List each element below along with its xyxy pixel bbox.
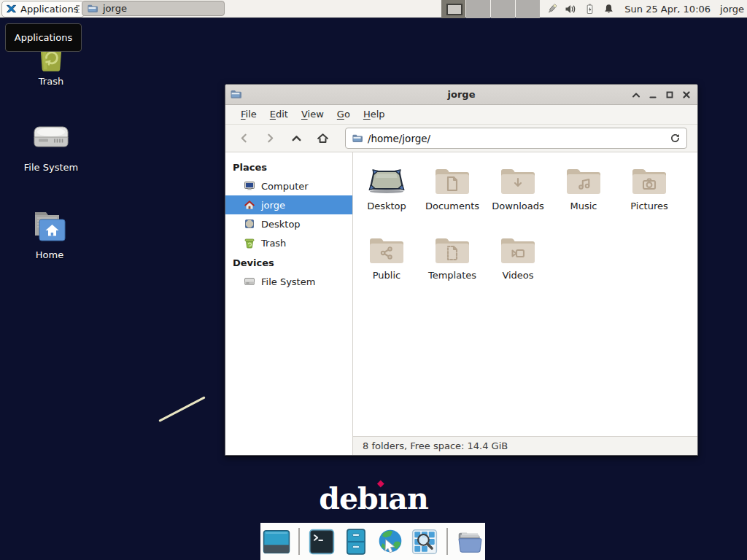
close-button[interactable] — [681, 90, 692, 100]
volume-icon[interactable] — [565, 3, 577, 15]
location-path[interactable]: /home/jorge/ — [368, 133, 670, 144]
chevron-up-icon — [290, 132, 303, 144]
folder-doc-icon — [433, 165, 472, 197]
minimize-button[interactable] — [648, 90, 658, 100]
file-item-label: Downloads — [492, 201, 543, 211]
dock-separator — [446, 528, 448, 555]
applications-tooltip-text: Applications — [15, 32, 72, 43]
battery-icon[interactable] — [584, 3, 596, 15]
file-item-documents[interactable]: Documents — [419, 165, 485, 234]
dock-app-finder-icon[interactable] — [411, 528, 438, 556]
window-title: jorge — [225, 85, 697, 104]
chevron-left-icon — [238, 132, 250, 144]
desktop-icon-label: File System — [24, 162, 78, 173]
workspace-window-preview — [446, 4, 462, 15]
workspace-1[interactable] — [441, 0, 465, 18]
folder-camera-icon — [630, 165, 669, 197]
workspace-4[interactable] — [516, 0, 540, 18]
sidebar-item-jorge[interactable]: jorge — [225, 195, 352, 214]
reload-icon[interactable] — [670, 133, 681, 144]
bottom-dock — [260, 523, 485, 560]
desktop-icon-home[interactable]: Home — [17, 204, 82, 260]
panel-clock[interactable]: Sun 25 Apr, 10:06 — [624, 4, 711, 15]
debian-watermark: debıan — [319, 481, 427, 516]
home-button[interactable] — [314, 131, 330, 147]
workspace-2[interactable] — [466, 0, 490, 18]
location-bar[interactable]: /home/jorge/ — [345, 128, 687, 149]
file-item-label: Pictures — [630, 201, 667, 211]
file-item-label: Public — [373, 270, 400, 281]
file-item-label: Desktop — [367, 201, 406, 211]
file-item-music[interactable]: Music — [551, 165, 616, 234]
maximize-button[interactable] — [665, 90, 675, 100]
desktop-mini-icon — [244, 218, 255, 230]
file-view-pane: DesktopDocumentsDownloadsMusicPicturesPu… — [353, 152, 697, 455]
computer-mini-icon — [244, 180, 255, 192]
workspace-pager — [441, 0, 540, 18]
file-item-label: Documents — [425, 201, 479, 211]
file-item-label: Music — [570, 201, 597, 211]
panel-user-button[interactable]: jorge — [720, 4, 744, 15]
desktop-icon-file-system[interactable]: File System — [18, 117, 84, 173]
forward-button[interactable] — [262, 131, 278, 147]
home-folder-icon — [29, 204, 70, 246]
dock-directory-menu-icon[interactable] — [456, 528, 484, 556]
applications-menu-label: Applications — [20, 4, 78, 15]
folder-video-icon — [498, 234, 538, 266]
file-item-label: Videos — [502, 270, 533, 281]
taskbar-window-label: jorge — [103, 3, 127, 14]
file-item-desktop[interactable]: Desktop — [354, 165, 419, 234]
window-titlebar[interactable]: jorge — [225, 85, 697, 105]
sidebar-item-label: Trash — [261, 238, 286, 249]
wallpaper-line-artifact — [158, 396, 205, 421]
file-grid: DesktopDocumentsDownloadsMusicPicturesPu… — [353, 152, 697, 436]
folder-share-icon — [367, 234, 406, 266]
folder-icon — [352, 133, 363, 144]
sidebar-item-computer[interactable]: Computer — [225, 176, 352, 195]
statusbar-text: 8 folders, Free space: 14.4 GiB — [363, 440, 508, 451]
trash-mini-icon — [244, 237, 255, 249]
taskbar-window-button[interactable]: jorge — [82, 1, 225, 16]
tasklist-handle[interactable] — [76, 5, 80, 13]
sidebar-item-label: File System — [261, 276, 315, 287]
menu-file[interactable]: File — [234, 105, 263, 124]
file-item-downloads[interactable]: Downloads — [485, 165, 551, 234]
home-red-mini-icon — [244, 199, 255, 211]
sidebar-header-places: Places — [225, 157, 352, 176]
statusbar: 8 folders, Free space: 14.4 GiB — [353, 436, 697, 455]
xfce-logo-icon — [6, 4, 17, 15]
notifications-bell-icon[interactable] — [603, 3, 615, 15]
folder-template-icon — [433, 234, 472, 266]
sidebar-item-desktop[interactable]: Desktop — [225, 214, 352, 233]
dock-web-browser-icon[interactable] — [376, 528, 404, 556]
folder-download-icon — [498, 165, 538, 197]
back-button[interactable] — [236, 131, 252, 147]
dock-terminal-icon[interactable] — [308, 528, 336, 556]
dock-show-desktop-icon[interactable] — [263, 528, 290, 556]
folder-music-icon — [564, 165, 603, 197]
file-item-templates[interactable]: Templates — [419, 234, 485, 303]
menubar: FileEditViewGoHelp — [225, 105, 697, 124]
sidebar-item-label: Computer — [261, 181, 309, 192]
file-item-pictures[interactable]: Pictures — [616, 165, 682, 234]
shade-button[interactable] — [631, 90, 641, 100]
up-button[interactable] — [288, 131, 304, 147]
dock-file-manager-icon[interactable] — [342, 528, 370, 556]
sidebar-item-file-system[interactable]: File System — [225, 272, 352, 291]
toolbar: /home/jorge/ — [225, 124, 697, 152]
desktop-root: { "panel": { "applications_button": "App… — [0, 0, 747, 560]
menu-go[interactable]: Go — [330, 105, 357, 124]
applications-menu-button[interactable]: Applications — [1, 1, 85, 18]
pen-icon[interactable] — [546, 3, 558, 15]
chevron-right-icon — [264, 132, 276, 144]
file-item-videos[interactable]: Videos — [485, 234, 551, 303]
menu-edit[interactable]: Edit — [263, 105, 295, 124]
places-sidebar: PlacesComputerjorgeDesktopTrashDevicesFi… — [225, 152, 353, 455]
menu-help[interactable]: Help — [357, 105, 392, 124]
applications-tooltip: Applications — [5, 23, 82, 52]
desktop-icon-label: Trash — [39, 76, 63, 87]
sidebar-item-trash[interactable]: Trash — [225, 233, 352, 252]
menu-view[interactable]: View — [295, 105, 330, 124]
file-item-public[interactable]: Public — [354, 234, 419, 303]
workspace-3[interactable] — [491, 0, 515, 18]
